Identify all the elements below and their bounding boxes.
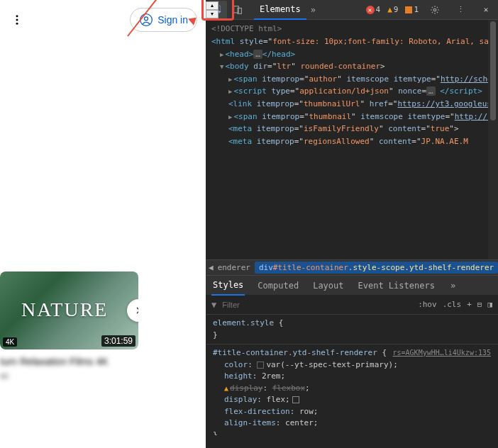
video-card[interactable]: NATURE 4K 3:01:59 turn Relaxation Films … [0,271,138,381]
svg-point-1 [16,19,18,21]
dom-meta-family[interactable]: <meta itemprop="isFamilyFriendly" conten… [211,123,492,135]
tab-event-listeners[interactable]: Event Listeners [357,276,436,295]
close-devtools-button[interactable]: ✕ [477,1,495,19]
dom-doctype[interactable]: <!DOCTYPE html> [211,23,492,35]
tab-elements[interactable]: Elements [254,0,306,20]
youtube-page: Sign in NATURE 4K 3:01:59 turn Relaxatio… [0,0,206,448]
devtools-toolbar: Elements » ✕4 ▲9 1 ⋮ ✕ [206,0,498,20]
svg-point-2 [16,23,18,25]
filter-icon: ▼ [211,300,216,310]
dom-link-thumb[interactable]: <link itemprop="thumbnailUrl" href="http… [211,98,492,111]
sign-in-label: Sign in [157,14,188,26]
thumb-overlay-text: NATURE [21,298,108,321]
hov-toggle[interactable]: :hov [418,300,437,309]
new-rule-button[interactable]: + [467,300,472,309]
dom-tree[interactable]: <!DOCTYPE html> <html style="font-size: … [206,20,498,259]
video-title[interactable]: turn Relaxation Films 4K [0,355,138,368]
styles-filter-input[interactable] [222,301,412,309]
tab-computed[interactable]: Computed [256,276,300,295]
dom-span-author[interactable]: <span itemprop="author" itemscope itemty… [211,73,492,86]
breadcrumb-item[interactable]: enderer [214,262,255,274]
warnings-badge[interactable]: ▲9 [387,5,398,14]
css-rules[interactable]: element.style {} rs=AGKMywHH…li4Ukzw:135… [206,315,498,435]
svg-point-0 [16,15,18,17]
css-source-link[interactable]: rs=AGKMywHH…li4Ukzw:135 [393,347,491,358]
gear-icon [430,5,440,15]
dom-head[interactable]: <head>…</head> [211,48,492,61]
styles-filter-bar: ▼ :hov .cls + ⊟ ◨ [206,295,498,315]
devtools-menu-button[interactable]: ⋮ [451,1,470,19]
hd-badge: 4K [3,337,17,347]
duration-badge: 3:01:59 [101,335,135,347]
tab-styles[interactable]: Styles [211,276,245,296]
dom-breadcrumb: ◀ enderer div#title-container.style-scop… [206,259,498,275]
tab-layout[interactable]: Layout [311,276,345,295]
dock-control[interactable]: ▴ ▾ [206,1,218,18]
svg-point-4 [145,17,148,21]
dock-down-icon[interactable]: ▾ [206,10,218,18]
settings-button[interactable] [426,1,444,19]
video-channel[interactable]: ac [0,371,138,381]
dom-script-ldjson[interactable]: <script type="application/ld+json" nonce… [211,85,492,98]
svg-point-8 [433,9,436,11]
errors-badge[interactable]: ✕4 [366,5,381,14]
dock-up-icon[interactable]: ▴ [206,1,218,10]
yt-header: Sign in [0,0,206,40]
styles-tabs: Styles Computed Layout Event Listeners » [206,275,498,295]
next-button[interactable] [127,299,138,322]
css-rule-title-container[interactable]: rs=AGKMywHH…li4Ukzw:135 #title-container… [213,347,491,435]
tabs-more-icon[interactable]: » [311,5,316,15]
dom-span-thumb[interactable]: <span itemprop="thumbnail" itemscope ite… [211,111,492,123]
breadcrumb-selected[interactable]: div#title-container.style-scope.ytd-shel… [255,262,498,274]
dom-html[interactable]: <html style="font-size: 10px;font-family… [211,35,492,48]
css-rule-element-style[interactable]: element.style {} [213,318,491,341]
kebab-menu-icon[interactable] [9,11,26,28]
issues-badge[interactable]: 1 [405,5,419,14]
dom-body[interactable]: <body dir="ltr" rounded-container> [211,60,492,73]
styles-tabs-more-icon[interactable]: » [450,281,455,291]
video-thumbnail[interactable]: NATURE 4K 3:01:59 [0,271,138,349]
devtools-panel: Elements » ✕4 ▲9 1 ⋮ ✕ <!DOCTYPE html> <… [206,0,498,448]
sidebar-toggle-icon[interactable]: ◨ [487,300,492,309]
dom-scrollbar[interactable] [488,20,498,259]
chevron-right-icon [133,305,138,316]
breadcrumb-prev-icon[interactable]: ◀ [209,263,214,272]
cls-toggle[interactable]: .cls [443,300,462,309]
dom-meta-regions[interactable]: <meta itemprop="regionsAllowed" content=… [211,135,492,148]
computed-toggle-icon[interactable]: ⊟ [477,300,482,309]
